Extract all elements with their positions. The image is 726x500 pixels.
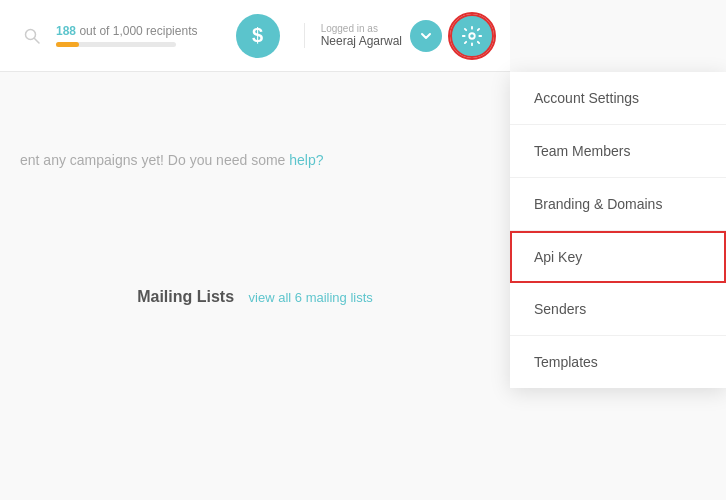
header: 188 out of 1,000 recipients $ Logged in … xyxy=(0,0,510,72)
recipients-out-of: out of xyxy=(79,24,112,38)
recipients-count: 188 xyxy=(56,24,76,38)
recipients-text: 188 out of 1,000 recipients xyxy=(56,24,224,38)
mailing-lists-count-number: 6 xyxy=(295,290,302,305)
help-link[interactable]: help? xyxy=(289,152,323,168)
dollar-symbol: $ xyxy=(252,24,263,47)
no-campaigns-text: ent any campaigns yet! Do you need some … xyxy=(20,152,490,168)
mailing-lists-title: Mailing Lists xyxy=(137,288,234,305)
body-content: ent any campaigns yet! Do you need some … xyxy=(0,72,510,326)
dropdown-panel: Account SettingsTeam MembersBranding & D… xyxy=(510,72,726,388)
recipients-unit: recipients xyxy=(146,24,197,38)
svg-line-1 xyxy=(35,38,40,43)
dollar-icon[interactable]: $ xyxy=(236,14,280,58)
dropdown-item-team-members[interactable]: Team Members xyxy=(510,125,726,178)
dropdown-item-senders[interactable]: Senders xyxy=(510,283,726,336)
mailing-lists-view-all: view all xyxy=(249,290,292,305)
search-icon xyxy=(24,28,40,44)
logged-in-name: Neeraj Agarwal xyxy=(321,34,402,48)
progress-bar xyxy=(56,42,176,47)
mailing-lists-unit-text: mailing lists xyxy=(306,290,373,305)
search-area[interactable] xyxy=(16,20,48,52)
logged-in-section: Logged in as Neeraj Agarwal xyxy=(304,23,402,48)
recipients-section: 188 out of 1,000 recipients xyxy=(56,24,224,47)
dropdown-button[interactable] xyxy=(410,20,442,52)
gear-icon xyxy=(461,25,483,47)
dropdown-item-api-key[interactable]: Api Key xyxy=(510,231,726,283)
gear-settings-button[interactable] xyxy=(450,14,494,58)
mailing-lists-section: Mailing Lists view all 6 mailing lists xyxy=(20,288,490,306)
dropdown-item-templates[interactable]: Templates xyxy=(510,336,726,388)
recipients-total: 1,000 xyxy=(113,24,143,38)
chevron-down-icon xyxy=(420,30,432,42)
svg-point-2 xyxy=(469,33,475,39)
dropdown-item-branding-domains[interactable]: Branding & Domains xyxy=(510,178,726,231)
main-content: 188 out of 1,000 recipients $ Logged in … xyxy=(0,0,510,500)
no-campaigns-prefix: ent any campaigns yet! Do you need some xyxy=(20,152,289,168)
dropdown-item-account-settings[interactable]: Account Settings xyxy=(510,72,726,125)
mailing-lists-link[interactable]: view all 6 mailing lists xyxy=(249,290,373,305)
progress-bar-fill xyxy=(56,42,79,47)
logged-in-label: Logged in as xyxy=(321,23,378,34)
